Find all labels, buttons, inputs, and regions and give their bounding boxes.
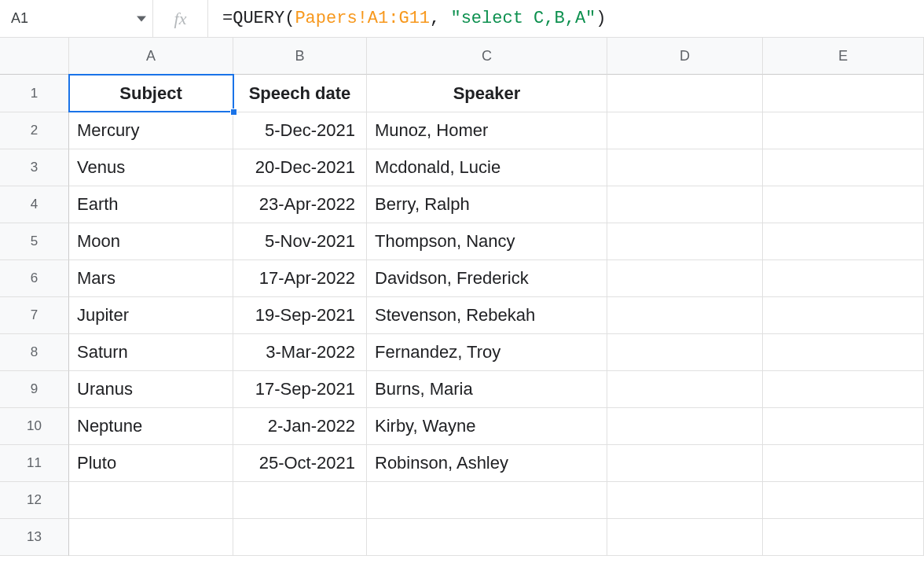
- cell-a12[interactable]: [69, 482, 233, 519]
- cell-b12[interactable]: [233, 482, 367, 519]
- row-header[interactable]: 9: [0, 371, 69, 408]
- cell-d2[interactable]: [607, 112, 763, 149]
- cell-e3[interactable]: [763, 149, 924, 186]
- cell-c9[interactable]: Burns, Maria: [367, 371, 607, 408]
- cell-d8[interactable]: [607, 334, 763, 371]
- cell-e2[interactable]: [763, 112, 924, 149]
- cell-a1[interactable]: Subject: [69, 75, 233, 112]
- formula-range: Papers!A1:G11: [295, 9, 430, 28]
- name-box[interactable]: A1: [0, 0, 153, 37]
- row-header[interactable]: 1: [0, 75, 69, 112]
- cell-e7[interactable]: [763, 297, 924, 334]
- cell-b2[interactable]: 5-Dec-2021: [233, 112, 367, 149]
- col-header-c[interactable]: C: [367, 38, 607, 75]
- cell-e1[interactable]: [763, 75, 924, 112]
- cell-a11[interactable]: Pluto: [69, 445, 233, 482]
- cell-b8[interactable]: 3-Mar-2022: [233, 334, 367, 371]
- cell-d3[interactable]: [607, 149, 763, 186]
- row-header[interactable]: 4: [0, 186, 69, 223]
- cell-b11[interactable]: 25-Oct-2021: [233, 445, 367, 482]
- cell-d9[interactable]: [607, 371, 763, 408]
- cell-e4[interactable]: [763, 186, 924, 223]
- row-header[interactable]: 7: [0, 297, 69, 334]
- col-header-a[interactable]: A: [69, 38, 233, 75]
- cell-c7[interactable]: Stevenson, Rebekah: [367, 297, 607, 334]
- cell-c3[interactable]: Mcdonald, Lucie: [367, 149, 607, 186]
- cell-c10[interactable]: Kirby, Wayne: [367, 408, 607, 445]
- cell-b7[interactable]: 19-Sep-2021: [233, 297, 367, 334]
- formula-input[interactable]: =QUERY(Papers!A1:G11, "select C,B,A"): [208, 9, 924, 28]
- select-all-corner[interactable]: [0, 38, 69, 75]
- cell-d1[interactable]: [607, 75, 763, 112]
- cell-e9[interactable]: [763, 371, 924, 408]
- cell-c2[interactable]: Munoz, Homer: [367, 112, 607, 149]
- cell-d4[interactable]: [607, 186, 763, 223]
- cell-e13[interactable]: [763, 519, 924, 556]
- cell-c4[interactable]: Berry, Ralph: [367, 186, 607, 223]
- formula-bar: A1 fx =QUERY(Papers!A1:G11, "select C,B,…: [0, 0, 924, 38]
- cell-d5[interactable]: [607, 223, 763, 260]
- cell-d6[interactable]: [607, 260, 763, 297]
- row-header[interactable]: 11: [0, 445, 69, 482]
- formula-paren-close: ): [596, 9, 606, 28]
- cell-d12[interactable]: [607, 482, 763, 519]
- row-header[interactable]: 2: [0, 112, 69, 149]
- cell-b3[interactable]: 20-Dec-2021: [233, 149, 367, 186]
- cell-e12[interactable]: [763, 482, 924, 519]
- cell-c6[interactable]: Davidson, Frederick: [367, 260, 607, 297]
- cell-reference: A1: [11, 10, 28, 27]
- cell-a4[interactable]: Earth: [69, 186, 233, 223]
- row-header[interactable]: 10: [0, 408, 69, 445]
- cell-b9[interactable]: 17-Sep-2021: [233, 371, 367, 408]
- cell-e6[interactable]: [763, 260, 924, 297]
- cell-a3[interactable]: Venus: [69, 149, 233, 186]
- row-header[interactable]: 6: [0, 260, 69, 297]
- col-header-d[interactable]: D: [607, 38, 763, 75]
- formula-comma: ,: [430, 9, 450, 28]
- cell-e8[interactable]: [763, 334, 924, 371]
- row-header[interactable]: 3: [0, 149, 69, 186]
- cell-d13[interactable]: [607, 519, 763, 556]
- cell-b6[interactable]: 17-Apr-2022: [233, 260, 367, 297]
- row-header[interactable]: 8: [0, 334, 69, 371]
- cell-a7[interactable]: Jupiter: [69, 297, 233, 334]
- formula-func: =QUERY: [222, 9, 284, 28]
- fx-icon: fx: [153, 0, 208, 37]
- cell-e10[interactable]: [763, 408, 924, 445]
- cell-a2[interactable]: Mercury: [69, 112, 233, 149]
- formula-paren-open: (: [284, 9, 295, 28]
- cell-d7[interactable]: [607, 297, 763, 334]
- cell-d10[interactable]: [607, 408, 763, 445]
- cell-e5[interactable]: [763, 223, 924, 260]
- col-header-b[interactable]: B: [233, 38, 367, 75]
- cell-c5[interactable]: Thompson, Nancy: [367, 223, 607, 260]
- row-header[interactable]: 5: [0, 223, 69, 260]
- cell-b10[interactable]: 2-Jan-2022: [233, 408, 367, 445]
- cell-c8[interactable]: Fernandez, Troy: [367, 334, 607, 371]
- cell-b1[interactable]: Speech date: [233, 75, 367, 112]
- cell-b4[interactable]: 23-Apr-2022: [233, 186, 367, 223]
- formula-string: "select C,B,A": [450, 9, 596, 28]
- cell-a5[interactable]: Moon: [69, 223, 233, 260]
- cell-d11[interactable]: [607, 445, 763, 482]
- cell-b13[interactable]: [233, 519, 367, 556]
- cell-a13[interactable]: [69, 519, 233, 556]
- col-header-e[interactable]: E: [763, 38, 924, 75]
- cell-a9[interactable]: Uranus: [69, 371, 233, 408]
- dropdown-icon[interactable]: [137, 14, 146, 24]
- spreadsheet-grid: A B C D E 1 Subject Speech date Speaker …: [0, 38, 924, 556]
- cell-a6[interactable]: Mars: [69, 260, 233, 297]
- cell-c12[interactable]: [367, 482, 607, 519]
- row-header[interactable]: 13: [0, 519, 69, 556]
- row-header[interactable]: 12: [0, 482, 69, 519]
- cell-a8[interactable]: Saturn: [69, 334, 233, 371]
- cell-c13[interactable]: [367, 519, 607, 556]
- cell-e11[interactable]: [763, 445, 924, 482]
- cell-c11[interactable]: Robinson, Ashley: [367, 445, 607, 482]
- cell-a10[interactable]: Neptune: [69, 408, 233, 445]
- cell-c1[interactable]: Speaker: [367, 75, 607, 112]
- cell-b5[interactable]: 5-Nov-2021: [233, 223, 367, 260]
